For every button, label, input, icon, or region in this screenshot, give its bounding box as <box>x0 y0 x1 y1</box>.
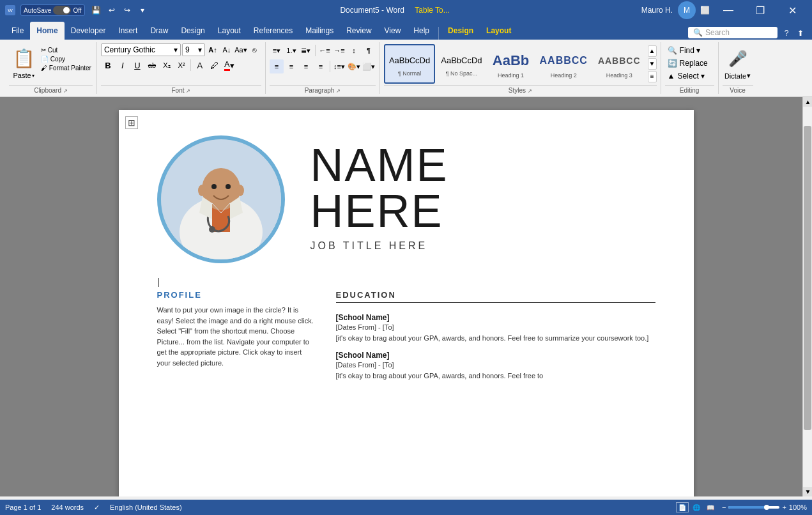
word-icon: W <box>5 5 15 15</box>
copy-button[interactable]: 📄 Copy <box>40 55 93 63</box>
align-left-button[interactable]: ≡ <box>270 59 284 73</box>
user-account[interactable]: Mauro H. <box>641 6 673 15</box>
tab-developer[interactable]: Developer <box>65 22 112 40</box>
minimize-button[interactable]: — <box>714 0 743 20</box>
scroll-thumb[interactable] <box>804 126 811 430</box>
style-heading3-label: Heading 3 <box>606 72 632 79</box>
align-right-button[interactable]: ≡ <box>299 59 313 73</box>
tab-file[interactable]: File <box>5 22 30 40</box>
zoom-out-button[interactable]: − <box>722 503 726 511</box>
close-button[interactable]: ✕ <box>778 0 807 20</box>
read-mode-button[interactable]: 📖 <box>704 502 717 512</box>
paste-button[interactable]: 📋 Paste▾ <box>9 43 38 81</box>
tab-review[interactable]: Review <box>340 22 378 40</box>
tab-table-design[interactable]: Design <box>441 22 480 40</box>
tab-mailings[interactable]: Mailings <box>299 22 340 40</box>
tab-layout[interactable]: Layout <box>211 22 247 40</box>
school-name-1[interactable]: [School Name] <box>336 313 655 322</box>
title-bar: W AutoSave Off 💾 ↩ ↪ ▾ Document5 - Word … <box>0 0 812 20</box>
find-button[interactable]: 🔍 Find ▾ <box>665 45 714 56</box>
zoom-slider[interactable] <box>728 506 779 509</box>
autosave-button[interactable]: AutoSave Off <box>20 4 85 16</box>
style-normal[interactable]: AaBbCcDd ¶ Normal <box>384 44 435 84</box>
show-marks-button[interactable]: ¶ <box>362 43 376 58</box>
styles-scroll-down[interactable]: ▼ <box>648 58 657 70</box>
save-button[interactable]: 💾 <box>90 4 103 17</box>
tab-references[interactable]: References <box>247 22 299 40</box>
tab-draw[interactable]: Draw <box>144 22 174 40</box>
profile-photo[interactable] <box>157 135 285 263</box>
scroll-down-arrow[interactable]: ▼ <box>803 487 812 496</box>
ribbon-collapse-button[interactable]: ⬆ <box>794 27 807 40</box>
undo-button[interactable]: ↩ <box>105 4 118 17</box>
bullets-button[interactable]: ≡▾ <box>270 43 284 58</box>
superscript-button[interactable]: X² <box>174 58 188 72</box>
tab-design[interactable]: Design <box>174 22 211 40</box>
decrease-font-button[interactable]: A↓ <box>220 43 233 56</box>
resume-job-title[interactable]: JOB TITLE HERE <box>310 240 655 252</box>
highlight-button[interactable]: 🖊 <box>208 58 222 72</box>
resume-name[interactable]: NAME HERE <box>310 142 655 234</box>
subscript-button[interactable]: X₂ <box>160 58 174 72</box>
tab-view[interactable]: View <box>378 22 408 40</box>
move-handle[interactable]: ⊞ <box>125 116 138 129</box>
borders-button[interactable]: ⬜▾ <box>362 59 376 73</box>
dictate-button[interactable]: 🎤 <box>726 47 749 70</box>
select-button[interactable]: ▲ Select ▾ <box>665 70 714 82</box>
shading-button[interactable]: 🎨▾ <box>347 59 361 73</box>
tab-help[interactable]: Help <box>407 22 436 40</box>
school-desc-1: [it's okay to brag about your GPA, award… <box>336 333 655 344</box>
styles-group: AaBbCcDd ¶ Normal AaBbCcDd ¶ No Spac... … <box>380 42 661 94</box>
cut-button[interactable]: ✂ Cut <box>40 46 93 54</box>
autosave-toggle[interactable] <box>53 6 71 15</box>
font-color-button[interactable]: A▾ <box>222 58 236 72</box>
numbering-button[interactable]: 1.▾ <box>284 43 298 58</box>
help-button[interactable]: ? <box>780 27 793 40</box>
multilevel-list-button[interactable]: ≣▾ <box>299 43 313 58</box>
change-case-button[interactable]: Aa▾ <box>234 43 247 56</box>
school-name-2[interactable]: [School Name] <box>336 351 655 360</box>
dictate-label[interactable]: Dictate▾ <box>724 72 751 80</box>
redo-button[interactable]: ↪ <box>121 4 134 17</box>
tab-home[interactable]: Home <box>30 22 64 40</box>
search-box[interactable]: 🔍 Search <box>688 27 778 38</box>
customize-qat-button[interactable]: ▾ <box>136 4 149 17</box>
restore-button[interactable]: ❐ <box>746 0 775 20</box>
align-center-button[interactable]: ≡ <box>284 59 298 73</box>
format-painter-button[interactable]: 🖌 Format Painter <box>40 64 93 72</box>
zoom-in-button[interactable]: + <box>782 503 786 511</box>
strikethrough-button[interactable]: ab <box>145 58 159 72</box>
profile-text[interactable]: Want to put your own image in the circle… <box>157 305 317 368</box>
style-heading1[interactable]: AaBb Heading 1 <box>488 44 534 84</box>
line-spacing-button[interactable]: ↕≡▾ <box>332 59 346 73</box>
tab-insert[interactable]: Insert <box>112 22 144 40</box>
ribbon-display-options[interactable]: ⬜ <box>698 4 711 17</box>
tab-table-layout[interactable]: Layout <box>480 22 517 40</box>
decrease-indent-button[interactable]: ←≡ <box>318 43 332 58</box>
text-effects-button[interactable]: A <box>193 58 207 72</box>
web-layout-button[interactable]: 🌐 <box>690 502 703 512</box>
replace-button[interactable]: 🔄 Replace <box>665 58 714 69</box>
style-heading3[interactable]: AABBCC Heading 3 <box>594 44 645 84</box>
sort-button[interactable]: ↕ <box>347 43 361 58</box>
user-avatar[interactable]: M <box>678 1 696 19</box>
styles-more-button[interactable]: ≡ <box>648 71 657 82</box>
vertical-scrollbar[interactable]: ▲ ▼ <box>802 97 812 496</box>
clear-format-button[interactable]: ⎋ <box>249 43 261 56</box>
font-size-selector[interactable]: 9▾ <box>182 43 205 56</box>
bold-button[interactable]: B <box>101 58 115 72</box>
italic-button[interactable]: I <box>116 58 130 72</box>
underline-button[interactable]: U <box>130 58 144 72</box>
font-name-selector[interactable]: Century Gothic▾ <box>101 43 181 56</box>
title-bar-right: Mauro H. M ⬜ — ❐ ✕ <box>641 0 807 20</box>
justify-button[interactable]: ≡ <box>314 59 328 73</box>
print-layout-button[interactable]: 📄 <box>676 502 689 512</box>
styles-scroll-up[interactable]: ▲ <box>648 45 657 57</box>
style-no-spacing[interactable]: AaBbCcDd ¶ No Spac... <box>436 44 486 84</box>
page[interactable]: ⊞ <box>119 110 694 496</box>
increase-indent-button[interactable]: →≡ <box>332 43 346 58</box>
word-count: 244 words <box>51 503 84 511</box>
increase-font-button[interactable]: A↑ <box>206 43 219 56</box>
scroll-up-arrow[interactable]: ▲ <box>803 97 812 107</box>
style-heading2[interactable]: AABBCC Heading 2 <box>535 44 592 84</box>
